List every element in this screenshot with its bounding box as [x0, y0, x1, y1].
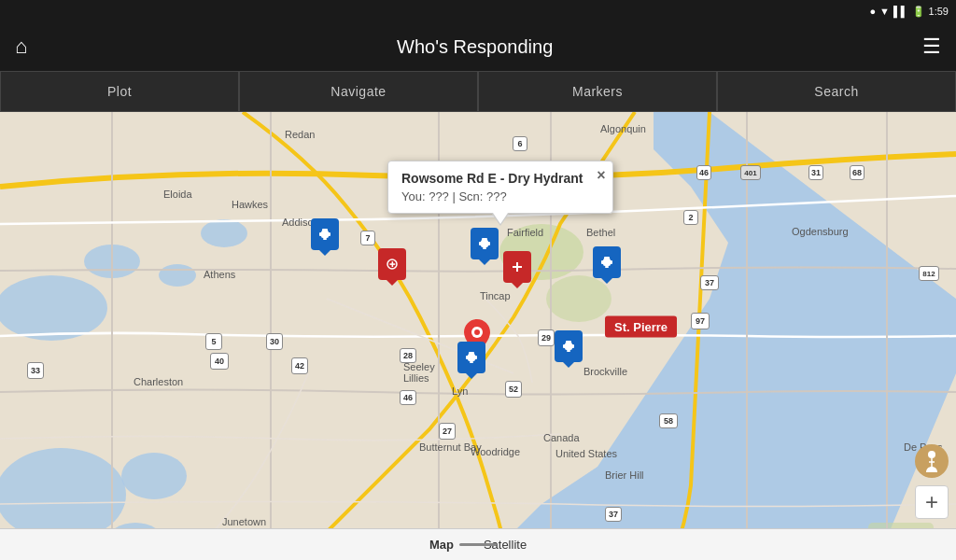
svg-rect-43 — [567, 350, 570, 352]
route-812: 812 — [919, 266, 939, 281]
route-7: 7 — [360, 231, 375, 245]
tab-plot[interactable]: Plot — [0, 71, 239, 112]
svg-rect-17 — [323, 238, 327, 240]
route-27: 27 — [439, 423, 456, 440]
svg-rect-38 — [470, 361, 473, 363]
route-31: 31 — [808, 165, 823, 180]
menu-button[interactable]: ☰ — [922, 35, 941, 59]
svg-rect-24 — [483, 247, 486, 249]
svg-rect-15 — [319, 232, 322, 236]
status-icons: ● ▼ ▌▌ 🔋 1:59 — [869, 6, 949, 18]
svg-rect-21 — [481, 240, 488, 247]
signal-icon: ▌▌ — [893, 6, 908, 17]
tab-markers[interactable]: Markers — [478, 71, 717, 112]
svg-rect-37 — [474, 356, 477, 359]
st-pierre-label: St. Pierre — [605, 316, 677, 338]
svg-rect-16 — [328, 232, 330, 236]
route-37b: 37 — [605, 507, 622, 522]
marker-hydrant-red[interactable] — [503, 251, 531, 283]
hydrant-red-icon — [503, 251, 531, 283]
route-28: 28 — [400, 348, 416, 363]
marker-hydrant-8[interactable] — [555, 330, 583, 362]
hydrant-icon-7 — [457, 342, 485, 373]
home-button[interactable]: ⌂ — [15, 35, 27, 59]
route-30: 30 — [266, 333, 283, 350]
hydrant-icon-8 — [555, 330, 583, 362]
bottom-handle — [459, 543, 497, 546]
popup-callout: Rowsome Rd E - Dry Hydrant You: ??? | Sc… — [387, 161, 613, 214]
route-33: 33 — [27, 362, 44, 379]
route-46b: 46 — [696, 165, 711, 180]
route-37: 37 — [700, 275, 719, 290]
svg-point-6 — [0, 448, 126, 541]
route-52: 52 — [505, 381, 522, 398]
svg-point-33 — [474, 329, 480, 335]
svg-rect-40 — [565, 343, 572, 350]
svg-rect-14 — [321, 231, 329, 238]
street-view-button[interactable] — [915, 444, 949, 478]
svg-rect-22 — [479, 242, 482, 245]
svg-rect-26 — [603, 259, 611, 266]
app-title: Who's Responding — [27, 36, 922, 58]
route-401: 401 — [740, 165, 761, 180]
map-container[interactable]: Redan Eloida Hawkes Addison Athens Algon… — [0, 112, 956, 560]
status-bar: ● ▼ ▌▌ 🔋 1:59 — [0, 0, 956, 22]
marker-hydrant-7[interactable] — [457, 342, 485, 373]
wifi-icon: ▼ — [879, 6, 890, 17]
route-40: 40 — [210, 353, 229, 370]
svg-point-44 — [928, 451, 935, 458]
top-bar: ⌂ Who's Responding ☰ — [0, 22, 956, 71]
time-display: 1:59 — [929, 6, 949, 17]
svg-point-4 — [201, 219, 247, 247]
popup-close-button[interactable]: × — [597, 167, 605, 184]
popup-tail — [493, 213, 508, 224]
svg-point-5 — [159, 264, 196, 287]
route-29: 29 — [538, 329, 555, 346]
svg-rect-41 — [563, 344, 566, 348]
svg-rect-36 — [466, 356, 469, 359]
svg-rect-28 — [610, 260, 612, 264]
marker-rescue-1[interactable]: ✚ — [378, 248, 406, 280]
marker-hydrant-1[interactable] — [311, 218, 339, 250]
hydrant-icon-4 — [593, 246, 621, 278]
route-5: 5 — [205, 333, 222, 350]
svg-rect-27 — [601, 260, 604, 264]
svg-rect-42 — [571, 344, 574, 348]
svg-rect-31 — [513, 266, 522, 268]
hydrant-icon-1 — [311, 218, 339, 250]
route-58: 58 — [659, 413, 678, 428]
svg-rect-35 — [468, 354, 475, 361]
popup-subtitle: You: ??? | Scn: ??? — [401, 189, 583, 203]
route-6: 6 — [513, 136, 527, 151]
svg-text:✚: ✚ — [389, 260, 396, 269]
marker-hydrant-4[interactable] — [593, 246, 621, 278]
zoom-in-button[interactable]: + — [915, 485, 949, 519]
rescue-icon-1: ✚ — [378, 248, 406, 280]
svg-rect-29 — [605, 266, 609, 268]
svg-rect-23 — [487, 242, 490, 245]
location-icon: ● — [869, 6, 876, 17]
svg-point-2 — [0, 275, 107, 341]
tab-navigate[interactable]: Navigate — [239, 71, 478, 112]
tab-bar: Plot Navigate Markers Search — [0, 71, 956, 112]
route-68: 68 — [850, 165, 865, 180]
route-46: 46 — [400, 390, 416, 405]
marker-hydrant-3[interactable] — [471, 228, 499, 259]
route-42: 42 — [291, 357, 308, 374]
battery-icon: 🔋 — [912, 6, 925, 18]
hydrant-icon-3 — [471, 228, 499, 259]
tab-search[interactable]: Search — [717, 71, 956, 112]
popup-title: Rowsome Rd E - Dry Hydrant — [401, 171, 583, 186]
bottom-bar: Map Satellite — [0, 528, 956, 560]
svg-point-7 — [121, 453, 187, 499]
route-2: 2 — [683, 210, 698, 225]
st-pierre-badge[interactable]: St. Pierre — [605, 316, 677, 338]
route-97: 97 — [691, 313, 710, 329]
